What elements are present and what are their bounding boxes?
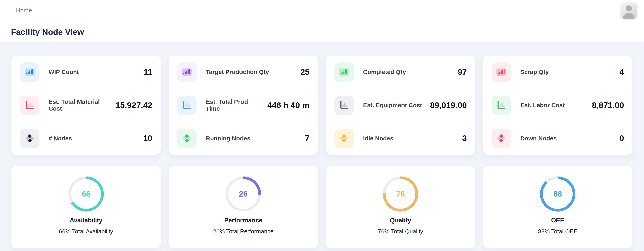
- stat-row: Est. Total Prod Time 446 h 40 m: [169, 89, 318, 122]
- gauge-card-grid: 66 Availability 66% Total Availability 2…: [12, 166, 632, 248]
- stat-label: Est. Total Material Cost: [48, 98, 112, 112]
- stat-value: 25: [296, 68, 310, 77]
- stat-row: Target Production Qty 25: [169, 56, 318, 89]
- stat-row: Completed Qty 97: [326, 56, 475, 89]
- stat-row: Est. Equipment Cost 89,019.00: [326, 89, 475, 122]
- stat-label: Completed Qty: [363, 69, 406, 76]
- stat-label: Target Production Qty: [206, 69, 269, 76]
- stat-value: 15,927.42: [112, 100, 152, 110]
- stat-label: Est. Total Prod Time: [206, 98, 264, 112]
- donut-gauge: 76: [383, 176, 418, 212]
- donut-gauge: 88: [540, 176, 575, 212]
- gauge-value: 88: [540, 176, 575, 212]
- gauge-subtitle: 76% Total Quality: [378, 228, 423, 235]
- gauge-title: OEE: [551, 217, 564, 224]
- bar-chart-icon: [492, 62, 511, 82]
- stat-value: 7: [301, 134, 310, 143]
- stat-card-wip: WIP Count 11 Est. Total Material Cost 15…: [12, 56, 160, 155]
- stat-label: WIP Count: [48, 69, 79, 76]
- donut-gauge: 66: [68, 176, 104, 212]
- topbar: Home: [0, 0, 644, 22]
- stat-card-completed: Completed Qty 97 Est. Equipment Cost 89,…: [326, 56, 475, 155]
- bar-chart-icon: [334, 62, 354, 82]
- gauge-card-performance: 26 Performance 26% Total Performance: [169, 166, 318, 248]
- nodes-icon: [177, 128, 196, 148]
- stat-label: Idle Nodes: [363, 135, 394, 142]
- stat-row: Est. Labor Cost 8,871.00: [483, 89, 632, 122]
- stat-row: # Nodes 10: [12, 122, 160, 155]
- stat-label: Est. Labor Cost: [520, 102, 565, 109]
- gauge-title: Performance: [224, 217, 262, 224]
- page-title: Facility Node View: [11, 27, 84, 37]
- stat-row: Scrap Qty 4: [483, 56, 632, 89]
- stat-value: 0: [615, 134, 624, 143]
- stat-row: Down Nodes 0: [483, 122, 632, 155]
- stat-value: 8,871.00: [588, 100, 624, 110]
- stat-card-scrap: Scrap Qty 4 Est. Labor Cost 8,871.00 Dow…: [483, 56, 632, 155]
- user-icon: [626, 6, 632, 12]
- nodes-icon: [492, 128, 511, 148]
- stat-card-production: Target Production Qty 25 Est. Total Prod…: [169, 56, 318, 155]
- axis-chart-icon: [177, 96, 196, 115]
- stat-row: WIP Count 11: [12, 56, 160, 89]
- stat-label: Scrap Qty: [520, 69, 549, 76]
- stat-label: # Nodes: [48, 135, 72, 142]
- stat-value: 11: [140, 68, 152, 77]
- stat-label: Down Nodes: [520, 135, 557, 142]
- gauge-subtitle: 88% Total OEE: [538, 228, 577, 235]
- main-content: WIP Count 11 Est. Total Material Cost 15…: [0, 42, 644, 248]
- stat-card-grid: WIP Count 11 Est. Total Material Cost 15…: [12, 56, 632, 155]
- gauge-card-availability: 66 Availability 66% Total Availability: [12, 166, 160, 248]
- stat-value: 4: [615, 68, 624, 77]
- breadcrumb-home[interactable]: Home: [16, 7, 32, 14]
- axis-chart-icon: [492, 96, 511, 115]
- stat-value: 89,019.00: [426, 100, 466, 110]
- user-icon-body: [623, 13, 634, 19]
- bar-chart-icon: [20, 62, 39, 82]
- gauge-subtitle: 26% Total Performance: [213, 228, 274, 235]
- stat-value: 446 h 40 m: [264, 100, 310, 110]
- stat-label: Running Nodes: [206, 135, 250, 142]
- gauge-value: 26: [226, 176, 261, 212]
- gauge-value: 76: [383, 176, 418, 212]
- stat-value: 3: [458, 134, 467, 143]
- stat-value: 97: [454, 68, 467, 77]
- page-header: Facility Node View: [0, 22, 644, 42]
- axis-chart-icon: [334, 96, 354, 115]
- stat-label: Est. Equipment Cost: [363, 102, 422, 109]
- gauge-card-oee: 88 OEE 88% Total OEE: [483, 166, 632, 248]
- gauge-value: 66: [68, 176, 104, 212]
- gauge-title: Quality: [390, 217, 411, 224]
- donut-gauge: 26: [226, 176, 261, 212]
- stat-row: Running Nodes 7: [169, 122, 318, 155]
- axis-chart-icon: [20, 96, 39, 115]
- gauge-title: Availability: [70, 217, 102, 224]
- avatar-button[interactable]: [621, 2, 637, 19]
- nodes-icon: [334, 128, 354, 148]
- gauge-subtitle: 66% Total Availability: [59, 228, 113, 235]
- nodes-icon: [20, 128, 39, 148]
- stat-row: Est. Total Material Cost 15,927.42: [12, 89, 160, 122]
- bar-chart-icon: [177, 62, 196, 82]
- stat-value: 10: [139, 134, 152, 143]
- stat-row: Idle Nodes 3: [326, 122, 475, 155]
- gauge-card-quality: 76 Quality 76% Total Quality: [326, 166, 475, 248]
